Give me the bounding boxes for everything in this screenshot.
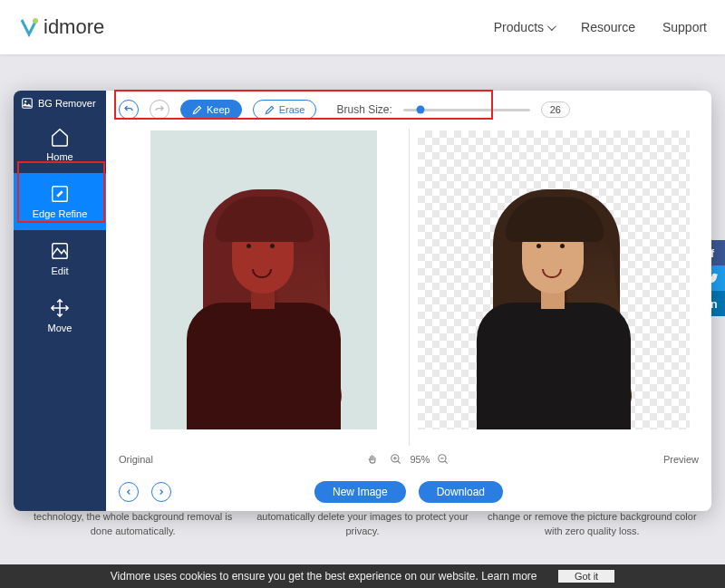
top-nav: Products Resource Support — [494, 20, 707, 34]
image-icon — [21, 97, 34, 110]
nav-products[interactable]: Products — [494, 20, 554, 34]
home-icon — [50, 127, 70, 147]
undo-button[interactable] — [119, 100, 139, 120]
cookie-accept-button[interactable]: Got it — [558, 570, 614, 583]
brush-size-value[interactable]: 26 — [541, 101, 570, 118]
original-label: Original — [119, 454, 153, 465]
preview-bottombar: Original 95% Preview — [106, 446, 711, 473]
keep-button[interactable]: Keep — [180, 100, 242, 120]
original-photo — [150, 130, 377, 429]
original-pane[interactable] — [119, 129, 409, 446]
tool-sidebar: BG Remover Home Edge Refine Edit Move — [14, 91, 106, 511]
edge-refine-icon — [50, 184, 70, 204]
zoom-out-icon[interactable] — [437, 453, 450, 466]
cookie-banner: Vidmore uses cookies to ensure you get t… — [0, 564, 725, 588]
preview-label: Preview — [663, 454, 699, 465]
logo-text: idmore — [44, 15, 104, 39]
zoom-in-icon[interactable] — [390, 453, 402, 466]
vidmore-logo-icon — [18, 16, 40, 38]
pan-icon[interactable] — [366, 453, 379, 466]
action-bar: New Image Download — [106, 473, 711, 511]
zoom-level: 95% — [410, 454, 430, 465]
sidebar-item-label: Home — [46, 151, 72, 162]
zoom-controls: 95% — [390, 453, 450, 466]
cookie-text: Vidmore uses cookies to ensure you get t… — [111, 570, 537, 583]
preview-area — [106, 129, 711, 446]
move-icon — [50, 298, 70, 318]
slider-thumb[interactable] — [417, 106, 425, 114]
sidebar-item-label: Move — [48, 323, 72, 333]
redo-button[interactable] — [150, 100, 169, 120]
svg-point-2 — [24, 101, 26, 102]
vidmore-logo[interactable]: idmore — [18, 15, 104, 39]
nav-support[interactable]: Support — [662, 20, 707, 34]
bg-remover-modal: BG Remover Home Edge Refine Edit Move — [14, 91, 711, 511]
brush-keep-icon — [192, 105, 202, 115]
download-button[interactable]: Download — [419, 481, 503, 503]
new-image-button[interactable]: New Image — [314, 481, 406, 503]
prev-image-button[interactable] — [119, 482, 139, 502]
brush-size-label: Brush Size: — [336, 103, 392, 116]
erase-button[interactable]: Erase — [253, 100, 317, 120]
sidebar-item-home[interactable]: Home — [14, 116, 106, 173]
preview-photo — [418, 130, 690, 429]
sidebar-item-move[interactable]: Move — [14, 287, 106, 344]
sidebar-item-label: Edge Refine — [33, 208, 88, 219]
brush-size-slider[interactable] — [403, 109, 530, 111]
svg-point-0 — [33, 18, 38, 24]
sidebar-item-edit[interactable]: Edit — [14, 230, 106, 287]
chevron-down-icon — [547, 22, 556, 31]
preview-pane — [410, 129, 700, 446]
sidebar-title: BG Remover — [14, 91, 106, 116]
site-header: idmore Products Resource Support — [0, 0, 725, 54]
sidebar-item-label: Edit — [52, 265, 69, 276]
nav-resource[interactable]: Resource — [581, 20, 635, 34]
edge-refine-toolbar: Keep Erase Brush Size: 26 — [106, 91, 711, 129]
eraser-icon — [265, 105, 275, 115]
next-image-button[interactable] — [151, 482, 171, 502]
edit-icon — [50, 241, 70, 261]
editor-main: Keep Erase Brush Size: 26 — [106, 91, 711, 511]
sidebar-item-edge-refine[interactable]: Edge Refine — [14, 173, 106, 230]
